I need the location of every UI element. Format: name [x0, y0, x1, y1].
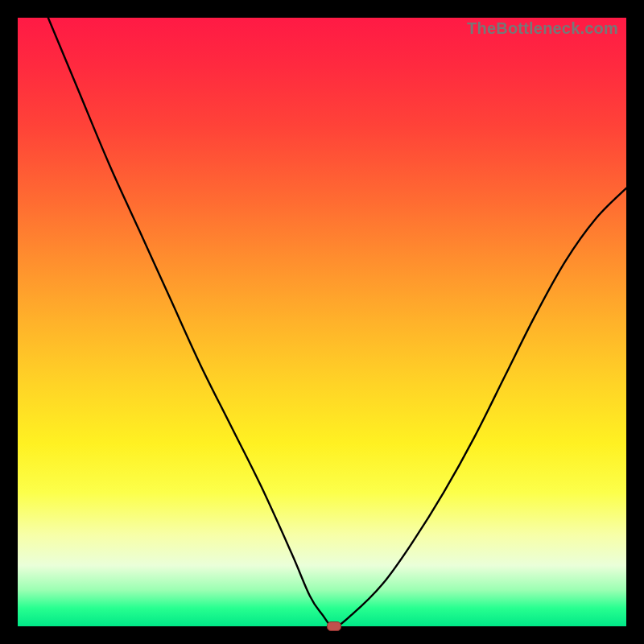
plot-area: TheBottleneck.com: [18, 18, 626, 626]
chart-frame: TheBottleneck.com: [0, 0, 644, 644]
bottleneck-curve: [18, 18, 626, 626]
optimal-marker: [327, 621, 341, 631]
